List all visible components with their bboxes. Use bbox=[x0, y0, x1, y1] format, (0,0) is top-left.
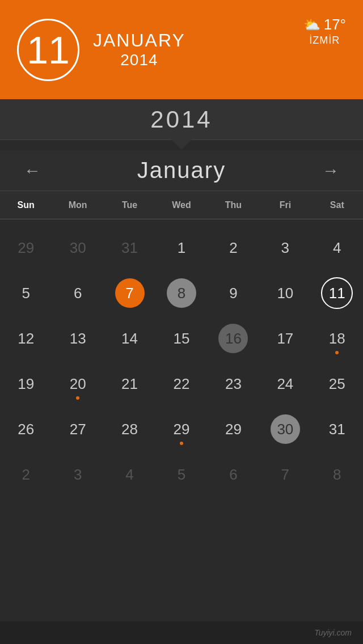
calendar-day[interactable]: 16 bbox=[208, 316, 259, 361]
calendar-day[interactable]: 24 bbox=[259, 361, 311, 406]
calendar-day[interactable]: 30 bbox=[52, 225, 103, 270]
day-header-sun: Sun bbox=[0, 200, 52, 210]
calendar-day[interactable]: 20 bbox=[52, 361, 103, 406]
calendar-day[interactable]: 21 bbox=[104, 361, 155, 406]
calendar-day[interactable]: 5 bbox=[0, 270, 52, 316]
day-header-sat: Sat bbox=[311, 200, 363, 210]
calendar-day[interactable]: 3 bbox=[259, 225, 311, 270]
calendar-day[interactable]: 8 bbox=[155, 270, 207, 316]
calendar-day[interactable]: 4 bbox=[311, 225, 363, 270]
weather-icon: ⛅ bbox=[303, 17, 320, 33]
calendar-day[interactable]: 18 bbox=[311, 316, 363, 361]
day-headers: SunMonTueWedThuFriSat bbox=[0, 191, 363, 219]
calendar-day[interactable]: 15 bbox=[155, 316, 207, 361]
calendar-day[interactable]: 8 bbox=[311, 452, 363, 497]
calendar-day[interactable]: 7 bbox=[104, 270, 155, 316]
calendar-day[interactable]: 14 bbox=[104, 316, 155, 361]
footer: Tuyiyi.com bbox=[0, 621, 363, 644]
calendar-day[interactable]: 27 bbox=[52, 406, 103, 452]
calendar-day[interactable]: 26 bbox=[0, 406, 52, 452]
calendar-day[interactable]: 22 bbox=[155, 361, 207, 406]
calendar-day[interactable]: 30 bbox=[259, 406, 311, 452]
month-navigation: ← January → bbox=[0, 150, 363, 191]
calendar-day[interactable]: 29 bbox=[0, 225, 52, 270]
calendar-day[interactable]: 3 bbox=[52, 452, 103, 497]
calendar-grid: 2930311234567891011121314151617181920212… bbox=[0, 219, 363, 503]
temperature-label: 17° bbox=[324, 16, 346, 33]
app-header: 11 JANUARY 2014 ⛅ 17° İZMİR bbox=[0, 0, 363, 99]
date-number: 11 bbox=[27, 31, 70, 69]
footer-brand: Tuyiyi.com bbox=[314, 628, 352, 637]
calendar-day[interactable]: 2 bbox=[0, 452, 52, 497]
weather-widget: ⛅ 17° İZMİR bbox=[303, 16, 346, 46]
city-label: İZMİR bbox=[309, 35, 340, 46]
calendar-day[interactable]: 4 bbox=[104, 452, 155, 497]
calendar-day[interactable]: 29 bbox=[208, 406, 259, 452]
calendar-day[interactable]: 31 bbox=[311, 406, 363, 452]
month-year: JANUARY 2014 bbox=[93, 30, 185, 69]
calendar-day[interactable]: 29 bbox=[155, 406, 207, 452]
date-circle: 11 bbox=[17, 19, 79, 81]
calendar-day[interactable]: 6 bbox=[208, 452, 259, 497]
calendar-day[interactable]: 2 bbox=[208, 225, 259, 270]
calendar-day[interactable]: 5 bbox=[155, 452, 207, 497]
calendar-day[interactable]: 28 bbox=[104, 406, 155, 452]
day-header-thu: Thu bbox=[208, 200, 259, 210]
day-header-wed: Wed bbox=[155, 200, 207, 210]
month-label: JANUARY bbox=[93, 30, 185, 51]
calendar-day[interactable]: 6 bbox=[52, 270, 103, 316]
calendar-day[interactable]: 31 bbox=[104, 225, 155, 270]
calendar-day[interactable]: 7 bbox=[259, 452, 311, 497]
day-header-tue: Tue bbox=[104, 200, 155, 210]
calendar-day[interactable]: 19 bbox=[0, 361, 52, 406]
year-text: 2014 bbox=[150, 106, 212, 133]
calendar-day[interactable]: 12 bbox=[0, 316, 52, 361]
year-label-header: 2014 bbox=[120, 51, 158, 69]
day-header-mon: Mon bbox=[52, 200, 103, 210]
calendar-day[interactable]: 9 bbox=[208, 270, 259, 316]
weather-top: ⛅ 17° bbox=[303, 16, 346, 33]
month-name: January bbox=[137, 158, 226, 183]
calendar-day[interactable]: 13 bbox=[52, 316, 103, 361]
prev-month-button[interactable]: ← bbox=[17, 156, 48, 185]
next-month-button[interactable]: → bbox=[315, 156, 346, 185]
year-band: 2014 bbox=[0, 99, 363, 140]
calendar-day[interactable]: 10 bbox=[259, 270, 311, 316]
calendar-day[interactable]: 23 bbox=[208, 361, 259, 406]
calendar-day[interactable]: 1 bbox=[155, 225, 207, 270]
calendar-day[interactable]: 17 bbox=[259, 316, 311, 361]
calendar-day[interactable]: 11 bbox=[311, 270, 363, 316]
day-header-fri: Fri bbox=[259, 200, 311, 210]
calendar-day[interactable]: 25 bbox=[311, 361, 363, 406]
